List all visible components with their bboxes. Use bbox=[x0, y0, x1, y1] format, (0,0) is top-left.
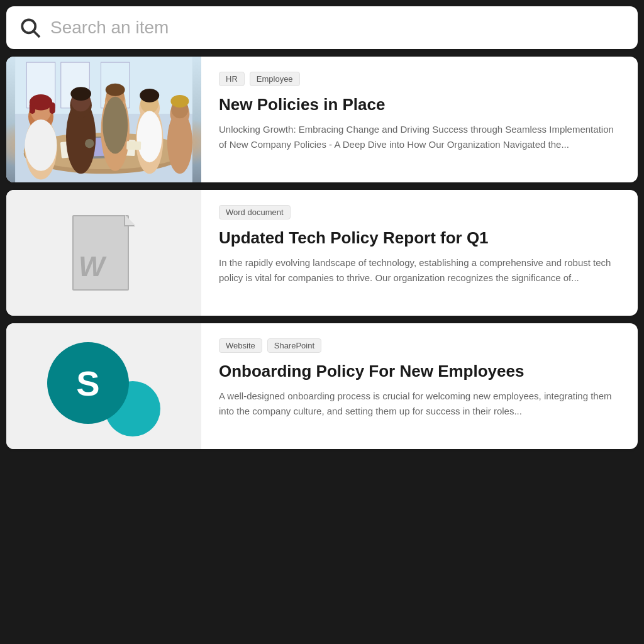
sharepoint-icon: S bbox=[47, 336, 160, 436]
card-description-word: In the rapidly evolving landscape of tec… bbox=[219, 255, 620, 286]
sharepoint-s-letter: S bbox=[76, 363, 99, 404]
card-content: HR Employee New Policies in Place Unlock… bbox=[201, 57, 638, 182]
svg-point-38 bbox=[85, 139, 94, 148]
sharepoint-circle-large: S bbox=[47, 342, 129, 424]
svg-point-19 bbox=[25, 119, 57, 171]
card-tags: HR Employee bbox=[219, 72, 620, 86]
svg-rect-39 bbox=[126, 141, 141, 150]
svg-point-32 bbox=[140, 89, 159, 103]
tag-employee: Employee bbox=[250, 72, 300, 86]
card-new-policies: HR Employee New Policies in Place Unlock… bbox=[6, 57, 638, 182]
tag-word-doc: Word document bbox=[219, 205, 291, 219]
word-document-icon: W bbox=[6, 190, 201, 316]
svg-rect-18 bbox=[50, 103, 55, 114]
card-content-word: Word document Updated Tech Policy Report… bbox=[201, 190, 638, 316]
svg-line-1 bbox=[34, 31, 40, 37]
svg-point-28 bbox=[103, 97, 128, 154]
card-title: New Policies in Place bbox=[219, 95, 620, 114]
tag-sharepoint: SharePoint bbox=[267, 338, 321, 353]
svg-point-23 bbox=[70, 87, 91, 101]
svg-rect-17 bbox=[30, 103, 35, 114]
word-icon-fold-inner bbox=[125, 215, 135, 225]
word-icon: W bbox=[69, 212, 138, 294]
card-tags-sharepoint: Website SharePoint bbox=[219, 338, 620, 353]
card-thumbnail-sharepoint: S bbox=[6, 323, 201, 449]
search-icon bbox=[19, 16, 42, 39]
search-input[interactable] bbox=[50, 18, 625, 38]
search-bar bbox=[6, 6, 638, 49]
svg-point-33 bbox=[137, 111, 162, 162]
word-letter: W bbox=[79, 251, 105, 282]
svg-point-0 bbox=[22, 19, 35, 33]
tag-website: Website bbox=[219, 338, 262, 353]
svg-point-37 bbox=[170, 95, 189, 108]
card-thumbnail-photo bbox=[6, 57, 201, 182]
card-tags-word: Word document bbox=[219, 205, 620, 219]
card-title-word: Updated Tech Policy Report for Q1 bbox=[219, 228, 620, 248]
tag-hr: HR bbox=[219, 72, 245, 86]
card-description: Unlocking Growth: Embracing Change and D… bbox=[219, 122, 620, 152]
card-tech-policy: W Word document Updated Tech Policy Repo… bbox=[6, 190, 638, 316]
card-thumbnail-word: W bbox=[6, 190, 201, 316]
card-description-sharepoint: A well-designed onboarding process is cr… bbox=[219, 389, 620, 419]
card-content-sharepoint: Website SharePoint Onboarding Policy For… bbox=[201, 323, 638, 449]
sharepoint-icon-wrap: S bbox=[6, 323, 201, 449]
card-onboarding: S Website SharePoint Onboarding Policy F… bbox=[6, 323, 638, 449]
card-title-sharepoint: Onboarding Policy For New Employees bbox=[219, 362, 620, 381]
svg-point-27 bbox=[106, 84, 125, 96]
